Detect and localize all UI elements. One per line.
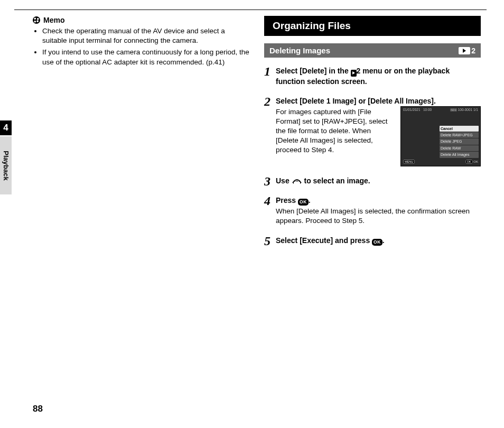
svg-rect-0 bbox=[294, 180, 295, 182]
svg-rect-3 bbox=[299, 180, 300, 182]
step-2: Select [Delete 1 Image] or [Delete All I… bbox=[264, 96, 481, 166]
subsection-badge: 2 bbox=[459, 46, 475, 55]
section-title: Organizing Files bbox=[264, 16, 481, 36]
side-label-text: Playback bbox=[2, 151, 10, 180]
step-2-lead: Select [Delete 1 Image] or [Delete All I… bbox=[276, 96, 481, 106]
lcd-menu-item: Delete RAW bbox=[440, 145, 479, 151]
chapter-tab: 4 bbox=[0, 120, 12, 135]
lcd-menu-item: Delete All Images bbox=[440, 152, 479, 157]
page-top-rule bbox=[14, 10, 487, 10]
step-4-body: When [Delete All Images] is selected, th… bbox=[276, 207, 481, 226]
lcd-date: 01/01/2021 bbox=[403, 108, 421, 111]
memo-icon bbox=[33, 16, 40, 24]
playback-icon bbox=[351, 70, 357, 77]
lcd-ok-pill: OK bbox=[465, 160, 473, 164]
lcd-menu-pill: MENU bbox=[403, 160, 415, 164]
lcd-menu-item: Delete JPEG bbox=[440, 138, 479, 144]
memo-item: If you intend to use the camera continuo… bbox=[42, 48, 249, 67]
step-4-text-a: Press bbox=[276, 196, 298, 204]
step-5: Select [Execute] and press OK. bbox=[264, 236, 481, 246]
step-1-text-a: Select [Delete] in the bbox=[276, 67, 351, 75]
step-3-text-b: to select an image. bbox=[302, 176, 370, 185]
lcd-count: 1/1 bbox=[473, 108, 478, 111]
lcd-sd-badge: SD1 bbox=[450, 108, 457, 111]
step-1: Select [Delete] in the 2 menu or on the … bbox=[264, 66, 481, 87]
step-2-body: For images captured with [File Format] s… bbox=[276, 107, 395, 155]
step-5-text-b: . bbox=[382, 236, 385, 245]
lcd-menu: Cancel Delete RAW+JPEG Delete JPEG Delet… bbox=[440, 126, 479, 158]
page-number: 88 bbox=[33, 404, 43, 414]
playback-icon bbox=[459, 47, 470, 54]
memo-item: Check the operating manual of the AV dev… bbox=[42, 26, 249, 45]
lcd-file-id: 100-0001 bbox=[458, 108, 472, 111]
ok-icon: OK bbox=[298, 199, 309, 206]
svg-rect-2 bbox=[297, 179, 298, 182]
dial-icon bbox=[292, 178, 302, 185]
side-label: Playback bbox=[0, 136, 12, 194]
lcd-ok-hint: OK bbox=[473, 160, 478, 163]
subsection-title: Deleting Images bbox=[269, 46, 330, 55]
step-3: Use to select an image. bbox=[264, 176, 481, 186]
svg-rect-1 bbox=[296, 179, 296, 182]
step-5-text-a: Select [Execute] and press bbox=[276, 236, 372, 245]
lcd-preview: 01/01/2021 10:00 SD1 100-0001 1/1 Cancel… bbox=[400, 106, 481, 166]
memo-heading: Memo bbox=[33, 16, 249, 24]
step-4-text-b: . bbox=[309, 196, 311, 204]
subsection-badge-number: 2 bbox=[471, 46, 475, 55]
memo-heading-text: Memo bbox=[43, 16, 64, 24]
step-list: Select [Delete] in the 2 menu or on the … bbox=[264, 66, 481, 246]
left-column: Memo Check the operating manual of the A… bbox=[33, 16, 249, 69]
right-column: Organizing Files Deleting Images 2 Selec… bbox=[264, 16, 481, 255]
step-4: Press OK. When [Delete All Images] is se… bbox=[264, 196, 481, 226]
lcd-menu-item: Cancel bbox=[440, 126, 479, 132]
lcd-menu-item: Delete RAW+JPEG bbox=[440, 132, 479, 138]
ok-icon: OK bbox=[372, 239, 382, 246]
memo-list: Check the operating manual of the AV dev… bbox=[33, 26, 249, 67]
subsection-bar: Deleting Images 2 bbox=[264, 43, 481, 58]
step-3-text-a: Use bbox=[276, 176, 292, 185]
lcd-time: 10:00 bbox=[423, 108, 432, 111]
